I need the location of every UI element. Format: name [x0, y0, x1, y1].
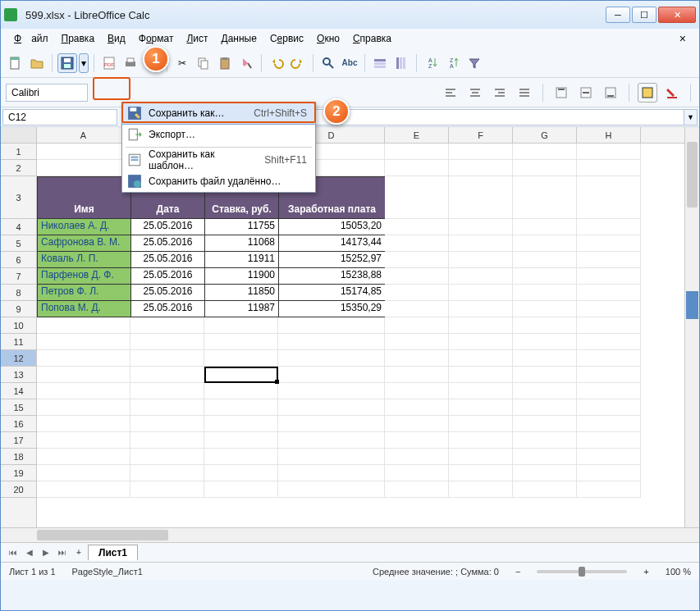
tab-next-button[interactable]: ▶	[39, 545, 53, 560]
menu-view[interactable]: Вид	[103, 31, 130, 46]
save-button[interactable]	[57, 53, 77, 73]
row-header-4[interactable]: 4	[1, 219, 36, 235]
cell[interactable]	[513, 144, 577, 160]
cell[interactable]	[449, 176, 513, 219]
row-header-13[interactable]: 13	[1, 367, 36, 383]
menu-edit[interactable]: Правка	[57, 31, 100, 46]
row-button[interactable]	[370, 53, 390, 73]
undo-button[interactable]	[267, 53, 286, 73]
close-window-button[interactable]: ✕	[658, 7, 696, 23]
select-all-corner[interactable]	[1, 127, 36, 144]
cut-button[interactable]: ✂	[172, 53, 192, 73]
menu-item-save-remote[interactable]: Сохранить файл удалённо…	[122, 171, 315, 192]
close-document-button[interactable]: ×	[675, 32, 691, 45]
menu-item-save-template[interactable]: Сохранить как шаблон… Shift+F11	[122, 149, 315, 171]
menu-help[interactable]: Справка	[348, 31, 396, 46]
new-doc-button[interactable]	[6, 53, 25, 73]
row-header-2[interactable]: 2	[1, 160, 36, 176]
menu-window[interactable]: Окно	[312, 31, 345, 46]
cell[interactable]	[513, 176, 577, 219]
spellcheck-button[interactable]: Abc	[340, 53, 359, 73]
valign-bottom-button[interactable]	[601, 83, 620, 103]
menu-data[interactable]: Данные	[217, 31, 262, 46]
tab-first-button[interactable]: ⏮	[6, 545, 21, 560]
col-header-h[interactable]: H	[577, 127, 641, 143]
autofilter-button[interactable]	[464, 53, 484, 73]
borders-button[interactable]	[638, 83, 657, 103]
formula-input[interactable]	[298, 109, 684, 125]
formula-expand-button[interactable]: ▼	[684, 109, 698, 125]
zoom-level[interactable]: 100 %	[666, 567, 691, 577]
highlight-color-button[interactable]	[662, 83, 682, 103]
maximize-button[interactable]: ☐	[632, 7, 657, 23]
minimize-button[interactable]: ─	[606, 7, 630, 23]
menu-sheet[interactable]: Лист	[181, 31, 213, 46]
align-justify-button[interactable]	[515, 83, 534, 103]
horizontal-scrollbar[interactable]	[1, 527, 699, 542]
cell[interactable]	[577, 176, 641, 219]
cell[interactable]	[37, 144, 130, 160]
valign-middle-button[interactable]	[576, 83, 596, 103]
row-header-6[interactable]: 6	[1, 252, 36, 268]
vertical-scrollbar[interactable]	[684, 127, 699, 527]
col-header-a[interactable]: A	[37, 127, 130, 143]
copy-button[interactable]	[194, 53, 213, 73]
cell[interactable]	[385, 160, 449, 176]
align-right-button[interactable]	[490, 83, 510, 103]
valign-top-button[interactable]	[551, 83, 571, 103]
sort-desc-button[interactable]: ZA	[443, 53, 463, 73]
menu-tools[interactable]: Сервис	[265, 31, 309, 46]
row-header-1[interactable]: 1	[1, 144, 36, 160]
col-header-g[interactable]: G	[513, 127, 577, 143]
zoom-out-button[interactable]: −	[515, 567, 520, 577]
cell[interactable]	[449, 160, 513, 176]
cell[interactable]	[385, 144, 449, 160]
row-header-7[interactable]: 7	[1, 268, 36, 285]
format-paintbrush-button[interactable]	[236, 53, 256, 73]
cell[interactable]	[385, 176, 449, 219]
cell[interactable]	[449, 144, 513, 160]
row-header-17[interactable]: 17	[1, 432, 36, 449]
row-header-16[interactable]: 16	[1, 416, 36, 432]
menu-item-save-as[interactable]: Сохранить как… Ctrl+Shift+S	[122, 103, 315, 124]
cell[interactable]	[577, 144, 641, 160]
find-button[interactable]	[318, 53, 338, 73]
add-sheet-button[interactable]: +	[71, 545, 86, 560]
row-header-9[interactable]: 9	[1, 301, 36, 317]
cell[interactable]	[577, 160, 641, 176]
menu-format[interactable]: Формат	[134, 31, 179, 46]
row-header-18[interactable]: 18	[1, 449, 36, 465]
save-dropdown-button[interactable]: ▾	[79, 53, 89, 73]
menu-item-export[interactable]: Экспорт…	[122, 124, 315, 145]
font-family-input[interactable]	[6, 84, 88, 102]
row-header-3[interactable]: 3	[1, 176, 36, 219]
align-center-button[interactable]	[465, 83, 485, 103]
table-header-name[interactable]: Имя	[37, 176, 130, 219]
zoom-in-button[interactable]: +	[643, 567, 648, 577]
cell[interactable]	[37, 160, 130, 176]
redo-button[interactable]	[288, 53, 308, 73]
col-header-e[interactable]: E	[385, 127, 449, 143]
row-header-19[interactable]: 19	[1, 465, 36, 481]
tab-prev-button[interactable]: ◀	[22, 545, 37, 560]
row-header-11[interactable]: 11	[1, 334, 36, 350]
cell[interactable]	[513, 160, 577, 176]
export-pdf-button[interactable]: PDF	[99, 53, 119, 73]
cell-reference-input[interactable]	[2, 109, 117, 125]
row-header-8[interactable]: 8	[1, 285, 36, 301]
open-button[interactable]	[27, 53, 47, 73]
paste-button[interactable]	[215, 53, 235, 73]
row-header-10[interactable]: 10	[1, 317, 36, 334]
row-header-15[interactable]: 15	[1, 399, 36, 416]
tab-last-button[interactable]: ⏭	[55, 545, 70, 560]
col-header-f[interactable]: F	[449, 127, 513, 143]
row-header-20[interactable]: 20	[1, 481, 36, 498]
menu-file[interactable]: Файл	[9, 31, 53, 46]
sheet-tab-1[interactable]: Лист1	[88, 545, 138, 560]
row-header-12[interactable]: 12	[1, 350, 36, 367]
zoom-slider[interactable]	[537, 570, 627, 573]
row-header-14[interactable]: 14	[1, 383, 36, 399]
print-button[interactable]	[121, 53, 140, 73]
status-page-style[interactable]: PageStyle_Лист1	[72, 567, 143, 577]
row-header-5[interactable]: 5	[1, 235, 36, 252]
